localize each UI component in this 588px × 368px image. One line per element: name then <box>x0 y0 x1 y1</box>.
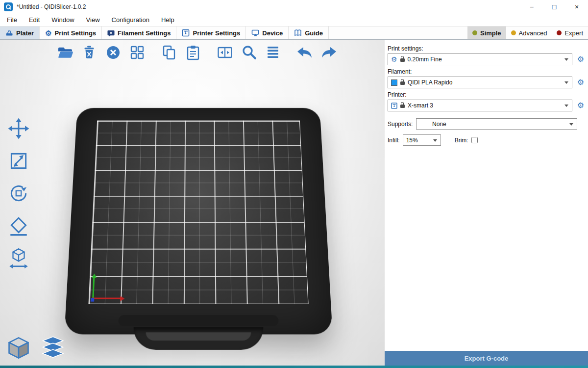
tab-label: Print Settings <box>55 29 97 37</box>
view-preview-button[interactable] <box>39 334 67 362</box>
app-logo-icon <box>4 2 13 11</box>
circle-x-icon <box>104 44 122 61</box>
printer-mini-icon <box>391 103 397 109</box>
left-toolbar <box>5 115 32 272</box>
print-settings-combo[interactable]: ⚙ 0.20mm Fine <box>388 53 572 65</box>
minimize-button[interactable]: − <box>520 0 543 14</box>
paste-clipboard-icon <box>184 44 202 61</box>
split-icon <box>216 44 234 61</box>
tab-label: Printer Settings <box>193 29 240 37</box>
tab-plater[interactable]: Plater <box>0 26 40 39</box>
layers-icon <box>264 44 282 61</box>
delete-button[interactable] <box>79 42 99 63</box>
filament-label: Filament: <box>388 68 586 75</box>
tabbar: Plater ⚙ Print Settings Filament Setting… <box>0 26 588 40</box>
y-axis-indicator <box>92 278 95 299</box>
export-gcode-button[interactable]: Export G-code <box>385 351 588 366</box>
printer-gear-button[interactable]: ⚙ <box>575 102 586 109</box>
printer-combo[interactable]: X-smart 3 <box>388 100 572 111</box>
window-title: *Untitled - QIDISlicer-1.0.2 <box>17 3 86 10</box>
tab-guide[interactable]: Guide <box>289 26 329 39</box>
delete-all-button[interactable] <box>103 42 123 63</box>
supports-combo[interactable]: None <box>416 118 577 130</box>
infill-label: Infill: <box>388 137 400 144</box>
gear-icon: ⚙ <box>391 56 397 63</box>
top-toolbar <box>55 42 339 63</box>
maximize-button[interactable]: □ <box>543 0 565 14</box>
tab-label: Filament Settings <box>118 29 171 37</box>
menu-file[interactable]: File <box>1 14 23 26</box>
printer-label: Printer: <box>388 91 586 98</box>
menu-configuration[interactable]: Configuration <box>106 14 155 26</box>
search-icon <box>240 44 258 61</box>
tab-print-settings[interactable]: ⚙ Print Settings <box>40 26 102 39</box>
lock-icon <box>400 81 405 85</box>
cube-3d-icon <box>6 335 31 361</box>
measure-tool-button[interactable] <box>5 244 32 272</box>
filament-gear-button[interactable]: ⚙ <box>575 79 586 86</box>
arrange-button[interactable] <box>127 42 147 63</box>
tab-printer-settings[interactable]: Printer Settings <box>176 26 246 39</box>
mode-expert[interactable]: Expert <box>552 26 588 39</box>
tab-filament-settings[interactable]: Filament Settings <box>102 26 176 39</box>
open-button[interactable] <box>55 42 75 63</box>
tab-label: Device <box>262 29 283 37</box>
print-settings-label: Print settings: <box>388 45 586 52</box>
copy-button[interactable] <box>159 42 179 63</box>
tabbar-spacer <box>329 26 467 39</box>
infill-value: 15% <box>406 137 418 144</box>
search-button[interactable] <box>239 42 259 63</box>
chevron-down-icon <box>564 58 568 61</box>
viewport-3d[interactable] <box>0 40 385 366</box>
rotate-tool-button[interactable] <box>5 180 32 207</box>
mode-label: Expert <box>564 29 583 37</box>
lock-icon <box>400 58 405 62</box>
arrange-grid-icon <box>128 44 146 61</box>
settings-sidebar: Print settings: ⚙ 0.20mm Fine ⚙ Filament… <box>385 40 588 366</box>
simple-mode-dot-icon <box>472 30 477 35</box>
layer-height-button[interactable] <box>263 42 283 63</box>
print-settings-gear-button[interactable]: ⚙ <box>575 55 586 63</box>
printer-icon <box>182 29 190 37</box>
brim-label: Brim: <box>455 137 468 144</box>
device-monitor-icon <box>251 29 259 37</box>
mode-simple[interactable]: Simple <box>467 26 506 39</box>
undo-arrow-icon <box>295 43 314 62</box>
app-window: *Untitled - QIDISlicer-1.0.2 − □ × File … <box>0 0 588 368</box>
printer-value: X-smart 3 <box>408 102 433 109</box>
chevron-down-icon <box>564 81 568 84</box>
scale-icon <box>7 150 30 172</box>
place-on-face-tool-button[interactable] <box>5 212 32 239</box>
brim-checkbox[interactable] <box>471 137 478 143</box>
advanced-mode-dot-icon <box>511 30 516 35</box>
chevron-down-icon <box>433 139 437 142</box>
mode-label: Simple <box>480 29 501 37</box>
gear-icon: ⚙ <box>45 29 51 37</box>
plater-icon <box>5 29 13 37</box>
menu-view[interactable]: View <box>80 14 106 26</box>
menu-window[interactable]: Window <box>46 14 80 26</box>
redo-button[interactable] <box>318 42 339 63</box>
close-button[interactable]: × <box>565 0 588 14</box>
infill-combo[interactable]: 15% <box>403 134 441 146</box>
copy-icon <box>160 44 178 61</box>
filament-spool-icon <box>107 29 115 37</box>
mode-advanced[interactable]: Advanced <box>506 26 552 39</box>
measure-icon <box>7 247 30 269</box>
tab-device[interactable]: Device <box>246 26 289 39</box>
filament-combo[interactable]: QIDI PLA Rapido <box>388 77 572 88</box>
split-button[interactable] <box>215 42 235 63</box>
filament-color-swatch <box>391 79 397 86</box>
view-3d-editor-button[interactable] <box>5 334 32 362</box>
menu-edit[interactable]: Edit <box>23 14 46 26</box>
expert-mode-dot-icon <box>557 30 562 35</box>
trash-icon <box>80 44 98 61</box>
bed-handle <box>133 327 264 350</box>
paste-button[interactable] <box>183 42 203 63</box>
undo-button[interactable] <box>294 42 315 63</box>
menu-help[interactable]: Help <box>155 14 180 26</box>
folder-icon <box>56 44 74 61</box>
view-mode-toggle <box>5 334 67 362</box>
scale-tool-button[interactable] <box>5 147 32 175</box>
move-tool-button[interactable] <box>5 115 32 142</box>
